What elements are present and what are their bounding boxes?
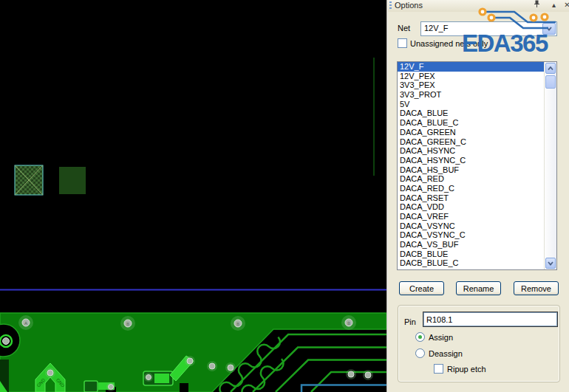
net-list-scrollbar[interactable] — [544, 62, 556, 269]
ripup-etch-checkbox[interactable] — [434, 364, 443, 374]
rename-button[interactable]: Rename — [456, 281, 501, 295]
net-list-item[interactable]: 3V3_PROT — [398, 90, 545, 100]
assign-radio[interactable] — [415, 332, 425, 342]
pin-label: Pin — [404, 317, 416, 326]
ripup-etch-label: Ripup etch — [447, 365, 486, 374]
net-list-item[interactable]: DACA_RED — [398, 174, 545, 184]
net-list-item[interactable]: 12V_PEX — [398, 72, 545, 81]
deassign-label: Deassign — [429, 349, 463, 358]
remove-button[interactable]: Remove — [514, 281, 559, 295]
svg-text:B: B — [347, 320, 350, 326]
net-list-item[interactable]: DACA_HSYNC — [398, 146, 545, 156]
deassign-radio[interactable] — [415, 348, 425, 358]
net-list-item[interactable]: DACA_GREEN — [398, 128, 545, 137]
scroll-down-icon[interactable] — [545, 258, 556, 269]
net-list-item[interactable]: DACB_BLUE_C — [398, 258, 545, 268]
close-icon[interactable]: ✕ — [562, 0, 569, 10]
net-combobox-value: 12V_F — [424, 24, 448, 32]
net-list-item[interactable]: DACB_BLUE — [398, 250, 545, 259]
svg-text:B: B — [126, 321, 129, 326]
net-list-item[interactable]: DACA_BLUE_C — [398, 118, 545, 128]
drag-handle-icon[interactable] — [389, 1, 392, 10]
net-list-item[interactable]: DACA_RED_C — [398, 184, 545, 193]
scroll-thumb[interactable] — [545, 75, 556, 89]
scroll-up-icon[interactable] — [545, 63, 556, 74]
net-label: Net — [398, 24, 410, 32]
net-list-item[interactable]: DACA_BLUE — [398, 109, 545, 118]
net-list-item[interactable]: DACA_VS_BUF — [398, 240, 545, 250]
create-button[interactable]: Create — [399, 281, 444, 295]
unassigned-nets-label: Unassigned nets only — [410, 39, 488, 48]
solid-pad[interactable] — [59, 167, 86, 194]
net-combobox[interactable]: 12V_F — [420, 21, 557, 36]
net-list-item[interactable]: DACA_VSYNC_C — [398, 230, 545, 240]
unassigned-nets-checkbox[interactable] — [398, 38, 407, 48]
collapse-icon[interactable]: ▴ — [548, 0, 559, 10]
net-list-item[interactable]: DACA_VSYNC — [398, 221, 545, 231]
assign-label: Assign — [429, 333, 453, 342]
net-list-item[interactable]: 3V3_PEX — [398, 80, 545, 90]
net-list-item[interactable]: 12V_F — [398, 62, 545, 72]
net-list-item[interactable]: 5V — [398, 100, 545, 109]
pcb-canvas[interactable]: GND GND A B B B — [0, 0, 386, 392]
net-list-item[interactable]: DACA_HS_BUF — [398, 165, 545, 175]
net-list-item[interactable]: DACA_VDD — [398, 202, 545, 212]
panel-titlebar[interactable]: Options ▴ ✕ — [388, 0, 569, 12]
panel-title: Options — [395, 1, 423, 10]
options-panel: Options ▴ ✕ Net 12V_F Unassigned nets on… — [388, 0, 569, 392]
net-list-item[interactable]: DACA_HSYNC_C — [398, 156, 545, 165]
net-list-item[interactable]: DACA_VREF — [398, 212, 545, 221]
pin-groupbox: Pin Assign Deassign Ripup etch — [398, 305, 560, 382]
plane-notch — [180, 383, 188, 392]
net-list-item[interactable]: DACA_RSET — [398, 193, 545, 203]
net-list[interactable]: 12V_F12V_PEX3V3_PEX3V3_PROT5VDACA_BLUEDA… — [397, 61, 557, 270]
crosshatch-pad[interactable] — [15, 165, 43, 195]
pin-icon[interactable] — [531, 0, 542, 10]
net-list-item[interactable]: DACA_GREEN_C — [398, 137, 545, 147]
pin-input[interactable] — [423, 312, 557, 326]
svg-text:B: B — [236, 321, 239, 326]
chevron-down-icon[interactable] — [542, 23, 556, 35]
